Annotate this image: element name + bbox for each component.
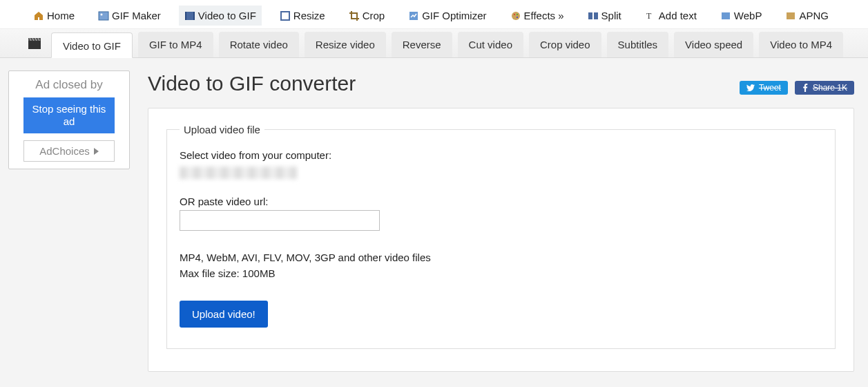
svg-rect-12 <box>594 12 598 19</box>
svg-point-8 <box>514 14 515 15</box>
helper-text: MP4, WebM, AVI, FLV, MOV, 3GP and other … <box>180 250 822 281</box>
adchoices-icon <box>94 148 99 155</box>
nav-gif-optimizer[interactable]: GIF Optimizer <box>403 6 492 26</box>
optimize-icon <box>408 10 419 21</box>
page-body: Ad closed by Stop seeing this ad AdChoic… <box>0 58 868 387</box>
nav-label: Video to GIF <box>198 10 256 21</box>
tab-cut-video[interactable]: Cut video <box>458 32 523 57</box>
nav-apng[interactable]: APNG <box>780 6 834 26</box>
webp-icon <box>720 10 731 21</box>
svg-rect-3 <box>185 12 186 20</box>
nav-video-to-gif[interactable]: Video to GIF <box>179 6 262 26</box>
twitter-icon <box>746 84 755 92</box>
tab-rotate-video[interactable]: Rotate video <box>219 32 299 57</box>
helper-line-1: MP4, WebM, AVI, FLV, MOV, 3GP and other … <box>180 250 822 266</box>
main-content: Video to GIF converter Tweet Share 1K <box>138 58 868 387</box>
tab-subtitles[interactable]: Subtitles <box>607 32 669 57</box>
ad-closed-text: Ad closed by <box>12 75 126 97</box>
home-icon <box>33 10 44 21</box>
helper-line-2: Max file size: 100MB <box>180 266 822 282</box>
select-file-label: Select video from your computer: <box>180 149 822 161</box>
left-sidebar: Ad closed by Stop seeing this ad AdChoic… <box>0 58 138 387</box>
text-icon: T <box>645 10 656 21</box>
adchoices-button[interactable]: AdChoices <box>23 140 115 162</box>
nav-label: Effects » <box>524 10 564 21</box>
split-icon <box>588 10 599 21</box>
svg-text:T: T <box>646 11 652 21</box>
svg-point-10 <box>517 17 518 18</box>
nav-label: GIF Optimizer <box>422 10 486 21</box>
svg-rect-11 <box>588 12 592 19</box>
film-icon <box>184 10 195 21</box>
tab-reverse[interactable]: Reverse <box>392 32 452 57</box>
fieldset-legend: Upload video file <box>180 124 264 135</box>
svg-rect-2 <box>185 12 195 20</box>
nav-label: Split <box>601 10 621 21</box>
nav-resize[interactable]: Resize <box>274 6 331 26</box>
clapperboard-icon <box>21 29 48 57</box>
nav-label: Crop <box>363 10 385 21</box>
nav-webp[interactable]: WebP <box>715 6 768 26</box>
palette-icon <box>510 10 521 21</box>
share-buttons: Tweet Share 1K <box>740 81 854 95</box>
crop-icon <box>349 10 360 21</box>
nav-label: APNG <box>799 10 829 21</box>
tab-video-to-gif[interactable]: Video to GIF <box>51 32 133 58</box>
page-title: Video to GIF converter <box>148 72 356 95</box>
resize-icon <box>280 10 291 21</box>
sub-nav: Video to GIF GIF to MP4 Rotate video Res… <box>0 29 868 58</box>
file-input[interactable] <box>180 167 297 179</box>
nav-home[interactable]: Home <box>28 6 80 26</box>
tab-crop-video[interactable]: Crop video <box>529 32 601 57</box>
adchoices-label: AdChoices <box>39 145 90 157</box>
svg-point-1 <box>101 13 103 15</box>
title-row: Video to GIF converter Tweet Share 1K <box>148 68 854 108</box>
tab-resize-video[interactable]: Resize video <box>305 32 386 57</box>
nav-add-text[interactable]: T Add text <box>639 6 702 26</box>
upload-fieldset: Upload video file Select video from your… <box>166 124 836 349</box>
video-url-input[interactable] <box>180 210 380 231</box>
nav-label: Resize <box>293 10 325 21</box>
fb-share-label: Share 1K <box>813 83 847 93</box>
apng-icon <box>785 10 796 21</box>
nav-label: Add text <box>659 10 697 21</box>
nav-label: Home <box>47 10 75 21</box>
nav-gif-maker[interactable]: GIF Maker <box>93 6 166 26</box>
nav-crop[interactable]: Crop <box>343 6 391 26</box>
image-icon <box>98 10 109 21</box>
svg-rect-15 <box>787 12 795 19</box>
tweet-label: Tweet <box>759 83 781 93</box>
url-label: OR paste video url: <box>180 196 822 207</box>
tab-gif-to-mp4[interactable]: GIF to MP4 <box>138 32 213 57</box>
top-nav: Home GIF Maker Video to GIF Resize Crop … <box>0 0 868 29</box>
fb-share-button[interactable]: Share 1K <box>795 81 854 95</box>
ad-box: Ad closed by Stop seeing this ad AdChoic… <box>8 70 130 169</box>
svg-point-9 <box>517 14 518 15</box>
svg-rect-0 <box>99 12 108 20</box>
svg-rect-14 <box>722 12 730 19</box>
svg-rect-5 <box>281 12 289 20</box>
tab-video-to-mp4[interactable]: Video to MP4 <box>759 32 843 57</box>
nav-split[interactable]: Split <box>582 6 627 26</box>
facebook-icon <box>802 84 809 92</box>
upload-video-button[interactable]: Upload video! <box>180 301 268 328</box>
nav-effects[interactable]: Effects » <box>505 6 570 26</box>
nav-label: GIF Maker <box>112 10 161 21</box>
svg-rect-4 <box>193 12 195 20</box>
stop-seeing-ad-button[interactable]: Stop seeing this ad <box>23 97 115 133</box>
svg-rect-16 <box>28 41 41 49</box>
tab-video-speed[interactable]: Video speed <box>674 32 753 57</box>
upload-panel: Upload video file Select video from your… <box>148 108 854 372</box>
nav-label: WebP <box>734 10 762 21</box>
svg-point-7 <box>512 12 520 20</box>
tweet-button[interactable]: Tweet <box>740 81 788 95</box>
